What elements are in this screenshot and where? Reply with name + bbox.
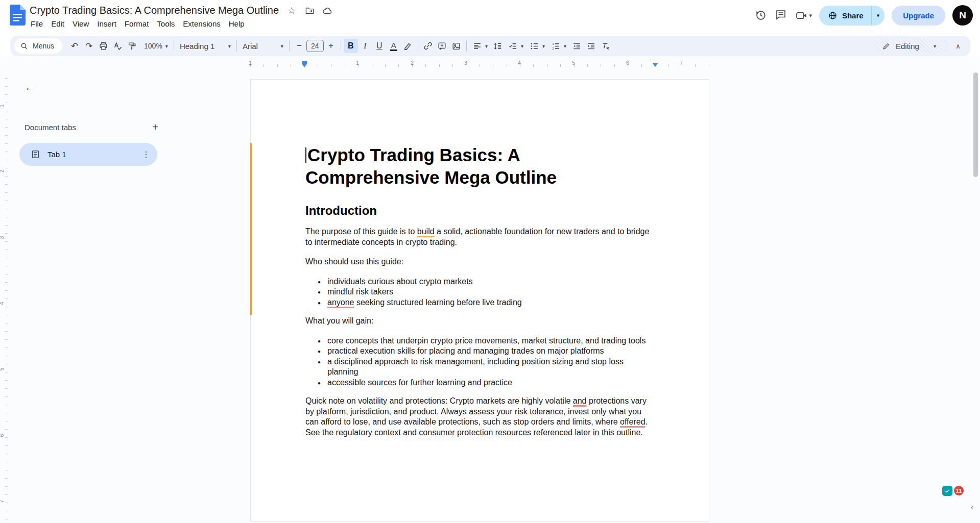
list-item[interactable]: core concepts that underpin crypto price… bbox=[305, 336, 656, 346]
svg-text:1: 1 bbox=[552, 42, 554, 45]
right-indent-marker[interactable] bbox=[653, 63, 658, 67]
back-arrow-icon[interactable]: ← bbox=[25, 81, 36, 94]
upgrade-button[interactable]: Upgrade bbox=[892, 6, 945, 26]
caret-down-icon: ▾ bbox=[165, 43, 168, 49]
insert-image-button[interactable] bbox=[449, 39, 464, 53]
text-run: Crypto Trading Basics: A Comprehensive M… bbox=[305, 145, 557, 187]
share-button[interactable]: Share ▾ bbox=[819, 6, 885, 26]
menu-extensions[interactable]: Extensions bbox=[179, 18, 224, 29]
list-item[interactable]: mindful risk takers bbox=[305, 287, 656, 297]
bullet-list[interactable]: individuals curious about crypto markets… bbox=[305, 277, 656, 308]
menu-insert[interactable]: Insert bbox=[93, 18, 121, 29]
ruler-number: 3 bbox=[0, 236, 5, 239]
document-canvas: 11234567 1234567 ← Document tabs + Tab 1… bbox=[0, 56, 980, 523]
list-item[interactable]: practical execution skills for placing a… bbox=[305, 346, 656, 357]
side-panel-collapse-icon[interactable]: ‹ bbox=[971, 503, 973, 511]
increase-font-size-button[interactable]: + bbox=[324, 39, 338, 53]
doc-paragraph[interactable]: What you will gain: bbox=[305, 316, 656, 327]
line-spacing-button[interactable] bbox=[491, 39, 505, 53]
document-page[interactable]: Crypto Trading Basics: A Comprehensive M… bbox=[250, 79, 709, 521]
decrease-indent-button[interactable] bbox=[569, 39, 584, 53]
font-select[interactable]: Arial ▾ bbox=[240, 39, 286, 53]
ruler-number: 3 bbox=[464, 60, 467, 66]
document-body[interactable]: Crypto Trading Basics: A Comprehensive M… bbox=[305, 144, 656, 447]
ruler-number: 1 bbox=[356, 60, 359, 66]
paragraph-style-select[interactable]: Heading 1 ▾ bbox=[177, 39, 234, 53]
clear-formatting-button[interactable] bbox=[598, 39, 612, 53]
hide-menus-button[interactable]: ∧ bbox=[951, 39, 965, 53]
doc-paragraph[interactable]: Quick note on volatility and protections… bbox=[305, 396, 656, 438]
top-bar: Crypto Trading Basics: A Comprehensive M… bbox=[0, 0, 980, 36]
list-item[interactable]: a disciplined approach to risk managemen… bbox=[305, 357, 656, 378]
increase-indent-button[interactable] bbox=[584, 39, 598, 53]
ruler-number: 2 bbox=[0, 170, 5, 173]
checklist-button[interactable]: ▾ bbox=[505, 39, 527, 53]
list-item[interactable]: individuals curious about crypto markets bbox=[305, 277, 656, 287]
caret-down-icon[interactable]: ▾ bbox=[809, 12, 812, 19]
undo-button[interactable]: ↶ bbox=[67, 39, 82, 53]
menus-search-button[interactable]: Menus bbox=[14, 38, 62, 54]
join-call-button[interactable]: ▾ bbox=[795, 9, 812, 22]
text-color-button[interactable]: A bbox=[387, 39, 401, 53]
comments-icon[interactable] bbox=[775, 9, 788, 22]
suggestion-bar[interactable] bbox=[250, 143, 252, 315]
doc-paragraph[interactable]: The purpose of this guide is to build a … bbox=[305, 227, 656, 247]
add-comment-button[interactable] bbox=[435, 39, 449, 53]
italic-button[interactable]: I bbox=[358, 39, 372, 53]
add-tab-button[interactable]: + bbox=[152, 121, 158, 133]
avatar[interactable]: N bbox=[952, 5, 973, 26]
vertical-scrollbar-thumb[interactable] bbox=[973, 72, 978, 177]
text-run: core concepts that underpin crypto price… bbox=[327, 336, 646, 345]
highlight-color-button[interactable] bbox=[401, 39, 415, 53]
doc-paragraph[interactable]: Who should use this guide: bbox=[305, 257, 656, 267]
left-indent-marker[interactable] bbox=[302, 61, 307, 67]
checklist-icon bbox=[508, 41, 518, 51]
menu-file[interactable]: File bbox=[27, 18, 47, 29]
notification-count-badge[interactable]: 11 bbox=[953, 485, 965, 496]
numbered-list-button[interactable]: 1 2 ▾ bbox=[548, 39, 569, 53]
ruler-number: 2 bbox=[411, 60, 414, 66]
document-title[interactable]: Crypto Trading Basics: A Comprehensive M… bbox=[30, 5, 279, 16]
insert-link-button[interactable] bbox=[421, 39, 435, 53]
list-item[interactable]: anyone seeking structured learning befor… bbox=[305, 297, 656, 308]
doc-heading-title[interactable]: Crypto Trading Basics: A Comprehensive M… bbox=[305, 144, 656, 189]
redo-button[interactable]: ↷ bbox=[82, 39, 96, 53]
move-to-folder-icon[interactable] bbox=[304, 6, 315, 16]
share-options-caret[interactable]: ▾ bbox=[872, 6, 885, 26]
caret-down-icon: ▾ bbox=[934, 43, 936, 49]
menu-edit[interactable]: Edit bbox=[47, 18, 68, 29]
align-button[interactable]: ▾ bbox=[469, 39, 491, 53]
doc-heading-section[interactable]: Introduction bbox=[305, 203, 656, 218]
tab-overflow-menu-icon[interactable]: ⋮ bbox=[142, 150, 150, 159]
version-history-icon[interactable] bbox=[754, 9, 768, 22]
mode-select[interactable]: Editing ▾ bbox=[875, 38, 942, 54]
underline-button[interactable]: U bbox=[372, 39, 387, 53]
caret-down-icon: ▾ bbox=[485, 43, 488, 49]
star-icon[interactable]: ☆ bbox=[286, 6, 297, 16]
menu-view[interactable]: View bbox=[68, 18, 93, 29]
tab-item-tab1[interactable]: Tab 1 ⋮ bbox=[19, 143, 157, 166]
ruler-number: 5 bbox=[0, 368, 5, 371]
print-button[interactable] bbox=[96, 39, 110, 53]
horizontal-ruler[interactable]: 11234567 bbox=[0, 57, 980, 70]
menu-help[interactable]: Help bbox=[225, 18, 249, 29]
menu-format[interactable]: Format bbox=[121, 18, 153, 29]
font-size-input[interactable]: 24 bbox=[306, 40, 324, 52]
text-run: The purpose of this guide is to bbox=[305, 227, 417, 236]
bold-button[interactable]: B bbox=[344, 39, 358, 53]
google-docs-logo-icon[interactable] bbox=[10, 5, 26, 26]
bulleted-list-button[interactable]: ▾ bbox=[527, 39, 548, 53]
text-run: accessible sources for further learning … bbox=[327, 378, 512, 387]
cloud-saved-icon[interactable] bbox=[322, 6, 332, 16]
extension-badge-icon[interactable] bbox=[942, 486, 952, 496]
spellcheck-button[interactable] bbox=[110, 39, 125, 53]
zoom-select[interactable]: 100% ▾ bbox=[141, 39, 171, 53]
decrease-font-size-button[interactable]: − bbox=[292, 39, 306, 53]
list-item[interactable]: accessible sources for further learning … bbox=[305, 378, 656, 388]
bullet-list[interactable]: core concepts that underpin crypto price… bbox=[305, 336, 656, 388]
spell-suggestion: anyone bbox=[327, 298, 354, 307]
text-run: a disciplined approach to risk managemen… bbox=[327, 357, 624, 377]
menu-tools[interactable]: Tools bbox=[153, 18, 179, 29]
text-run: seeking structured learning before live … bbox=[354, 298, 522, 307]
paint-format-icon[interactable] bbox=[125, 39, 139, 53]
